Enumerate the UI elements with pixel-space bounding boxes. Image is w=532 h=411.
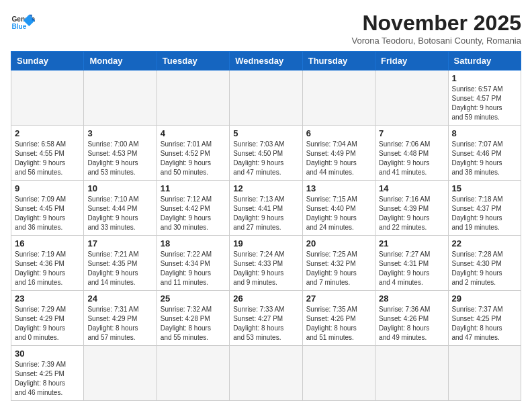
empty-cell bbox=[230, 346, 302, 401]
header-monday: Monday bbox=[84, 52, 157, 71]
day-15: 15 Sunrise: 7:18 AMSunset: 4:37 PMDaylig… bbox=[448, 181, 521, 236]
day-11: 11 Sunrise: 7:12 AMSunset: 4:42 PMDaylig… bbox=[157, 181, 229, 236]
header-saturday: Saturday bbox=[448, 52, 521, 71]
day-22: 22 Sunrise: 7:28 AMSunset: 4:30 PMDaylig… bbox=[448, 236, 521, 291]
empty-cell bbox=[230, 71, 302, 126]
day-5: 5 Sunrise: 7:03 AMSunset: 4:50 PMDayligh… bbox=[230, 126, 302, 181]
header-friday: Friday bbox=[375, 52, 448, 71]
day-2: 2 Sunrise: 6:58 AMSunset: 4:55 PMDayligh… bbox=[11, 126, 84, 181]
empty-cell bbox=[375, 346, 448, 401]
day-14: 14 Sunrise: 7:16 AMSunset: 4:39 PMDaylig… bbox=[375, 181, 448, 236]
day-24: 24 Sunrise: 7:31 AMSunset: 4:29 PMDaylig… bbox=[84, 291, 157, 346]
day-7: 7 Sunrise: 7:06 AMSunset: 4:48 PMDayligh… bbox=[375, 126, 448, 181]
day-4: 4 Sunrise: 7:01 AMSunset: 4:52 PMDayligh… bbox=[157, 126, 229, 181]
day-9: 9 Sunrise: 7:09 AMSunset: 4:45 PMDayligh… bbox=[11, 181, 84, 236]
day-29: 29 Sunrise: 7:37 AMSunset: 4:25 PMDaylig… bbox=[448, 291, 521, 346]
day-13: 13 Sunrise: 7:15 AMSunset: 4:40 PMDaylig… bbox=[302, 181, 375, 236]
day-6: 6 Sunrise: 7:04 AMSunset: 4:49 PMDayligh… bbox=[302, 126, 375, 181]
day-3: 3 Sunrise: 7:00 AMSunset: 4:53 PMDayligh… bbox=[84, 126, 157, 181]
header-wednesday: Wednesday bbox=[230, 52, 302, 71]
empty-cell bbox=[84, 71, 157, 126]
calendar-row-6: 30 Sunrise: 7:39 AMSunset: 4:25 PMDaylig… bbox=[11, 346, 521, 401]
calendar-table: Sunday Monday Tuesday Wednesday Thursday… bbox=[11, 51, 521, 401]
empty-cell bbox=[157, 71, 229, 126]
month-title: November 2025 bbox=[352, 11, 521, 36]
day-23: 23 Sunrise: 7:29 AMSunset: 4:29 PMDaylig… bbox=[11, 291, 84, 346]
logo-icon: General Blue bbox=[11, 11, 35, 35]
page-header: General Blue November 2025 Vorona Teodor… bbox=[11, 11, 521, 46]
title-block: November 2025 Vorona Teodoru, Botosani C… bbox=[352, 11, 521, 46]
empty-cell bbox=[84, 346, 157, 401]
empty-cell bbox=[375, 71, 448, 126]
day-17: 17 Sunrise: 7:21 AMSunset: 4:35 PMDaylig… bbox=[84, 236, 157, 291]
calendar-row-3: 9 Sunrise: 7:09 AMSunset: 4:45 PMDayligh… bbox=[11, 181, 521, 236]
svg-text:Blue: Blue bbox=[11, 23, 26, 30]
calendar-row-2: 2 Sunrise: 6:58 AMSunset: 4:55 PMDayligh… bbox=[11, 126, 521, 181]
day-16: 16 Sunrise: 7:19 AMSunset: 4:36 PMDaylig… bbox=[11, 236, 84, 291]
header-thursday: Thursday bbox=[302, 52, 375, 71]
day-12: 12 Sunrise: 7:13 AMSunset: 4:41 PMDaylig… bbox=[230, 181, 302, 236]
empty-cell bbox=[11, 71, 84, 126]
calendar-row-1: 1 Sunrise: 6:57 AMSunset: 4:57 PMDayligh… bbox=[11, 71, 521, 126]
empty-cell bbox=[302, 346, 375, 401]
day-1: 1 Sunrise: 6:57 AMSunset: 4:57 PMDayligh… bbox=[448, 71, 521, 126]
day-20: 20 Sunrise: 7:25 AMSunset: 4:32 PMDaylig… bbox=[302, 236, 375, 291]
day-25: 25 Sunrise: 7:32 AMSunset: 4:28 PMDaylig… bbox=[157, 291, 229, 346]
day-26: 26 Sunrise: 7:33 AMSunset: 4:27 PMDaylig… bbox=[230, 291, 302, 346]
location-subtitle: Vorona Teodoru, Botosani County, Romania bbox=[352, 36, 521, 46]
day-8: 8 Sunrise: 7:07 AMSunset: 4:46 PMDayligh… bbox=[448, 126, 521, 181]
empty-cell bbox=[157, 346, 229, 401]
day-21: 21 Sunrise: 7:27 AMSunset: 4:31 PMDaylig… bbox=[375, 236, 448, 291]
logo: General Blue bbox=[11, 11, 35, 35]
day-30: 30 Sunrise: 7:39 AMSunset: 4:25 PMDaylig… bbox=[11, 346, 84, 401]
header-sunday: Sunday bbox=[11, 52, 84, 71]
day-27: 27 Sunrise: 7:35 AMSunset: 4:26 PMDaylig… bbox=[302, 291, 375, 346]
weekday-header-row: Sunday Monday Tuesday Wednesday Thursday… bbox=[11, 52, 521, 71]
empty-cell bbox=[302, 71, 375, 126]
day-19: 19 Sunrise: 7:24 AMSunset: 4:33 PMDaylig… bbox=[230, 236, 302, 291]
day-18: 18 Sunrise: 7:22 AMSunset: 4:34 PMDaylig… bbox=[157, 236, 229, 291]
calendar-row-4: 16 Sunrise: 7:19 AMSunset: 4:36 PMDaylig… bbox=[11, 236, 521, 291]
header-tuesday: Tuesday bbox=[157, 52, 229, 71]
day-28: 28 Sunrise: 7:36 AMSunset: 4:26 PMDaylig… bbox=[375, 291, 448, 346]
empty-cell bbox=[448, 346, 521, 401]
calendar-row-5: 23 Sunrise: 7:29 AMSunset: 4:29 PMDaylig… bbox=[11, 291, 521, 346]
day-10: 10 Sunrise: 7:10 AMSunset: 4:44 PMDaylig… bbox=[84, 181, 157, 236]
